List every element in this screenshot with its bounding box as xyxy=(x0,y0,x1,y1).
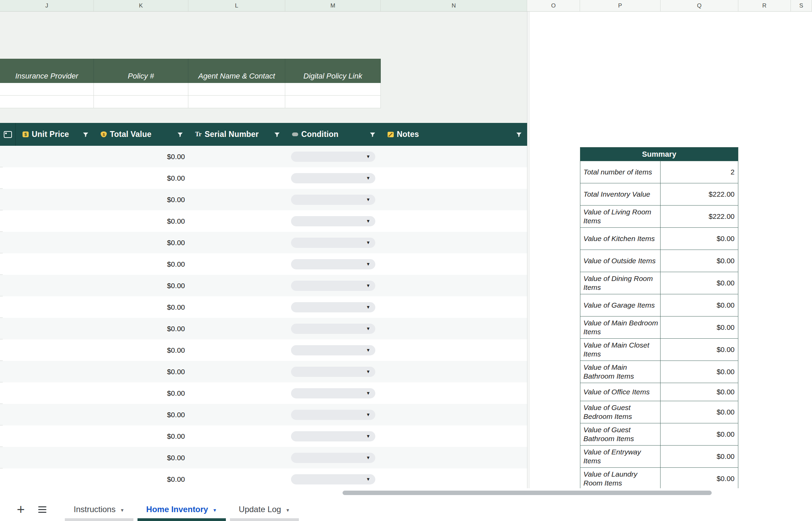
condition-dropdown[interactable]: ▼ xyxy=(291,345,375,355)
column-header[interactable]: P xyxy=(580,0,661,11)
insurance-empty-cell[interactable] xyxy=(188,83,285,96)
sheet-tab[interactable]: Home Inventory ▼ xyxy=(137,498,226,521)
condition-dropdown[interactable]: ▼ xyxy=(291,388,375,398)
total-value-cell[interactable]: $0.00 xyxy=(94,210,188,232)
inventory-header-cell: Condition xyxy=(285,123,381,146)
condition-dropdown[interactable]: ▼ xyxy=(291,195,375,205)
tab-menu-arrow-icon[interactable]: ▼ xyxy=(213,508,217,513)
filter-icon[interactable] xyxy=(274,131,280,138)
total-value-cell[interactable]: $0.00 xyxy=(94,253,188,275)
column-header[interactable]: S xyxy=(791,0,812,11)
insurance-empty-cell[interactable] xyxy=(285,83,381,96)
summary-label[interactable]: Value of Main Closet Items xyxy=(580,339,661,361)
total-value-cell[interactable]: $0.00 xyxy=(94,425,188,447)
summary-label[interactable]: Total number of items xyxy=(580,161,661,183)
column-header[interactable]: K xyxy=(94,0,188,11)
sheet-tab[interactable]: Instructions ▼ xyxy=(65,498,133,521)
summary-label[interactable]: Value of Main Bathroom Items xyxy=(580,361,661,383)
total-value-cell[interactable]: $0.00 xyxy=(94,296,188,318)
all-sheets-menu-button[interactable] xyxy=(38,504,50,515)
insurance-empty-cell[interactable] xyxy=(94,83,188,96)
sheet-tab[interactable]: Update Log ▼ xyxy=(230,498,299,521)
summary-label[interactable]: Total Inventory Value xyxy=(580,183,661,205)
summary-value[interactable]: $0.00 xyxy=(661,446,738,467)
total-value-cell[interactable]: $0.00 xyxy=(94,318,188,339)
inventory-column-label: Total Value xyxy=(110,130,151,139)
summary-label[interactable]: Value of Entryway Items xyxy=(580,446,661,467)
summary-label[interactable]: Value of Guest Bedroom Items xyxy=(580,401,661,423)
condition-dropdown[interactable]: ▼ xyxy=(291,238,375,248)
filter-icon[interactable] xyxy=(177,131,184,138)
total-value-cell[interactable]: $0.00 xyxy=(94,339,188,361)
insurance-empty-cell[interactable] xyxy=(94,96,188,108)
dropdown-arrow-icon: ▼ xyxy=(366,197,371,202)
summary-value[interactable]: $222.00 xyxy=(661,206,738,227)
condition-dropdown[interactable]: ▼ xyxy=(291,152,375,162)
total-value-cell[interactable]: $0.00 xyxy=(94,167,188,189)
summary-label[interactable]: Value of Guest Bathroom Items xyxy=(580,423,661,445)
total-value-cell[interactable]: $0.00 xyxy=(94,382,188,404)
inventory-row: $0.00 ▼ xyxy=(0,339,527,361)
condition-dropdown[interactable]: ▼ xyxy=(291,302,375,312)
summary-value[interactable]: $0.00 xyxy=(661,423,738,445)
summary-value[interactable]: $0.00 xyxy=(661,316,738,338)
summary-value[interactable]: $0.00 xyxy=(661,250,738,272)
summary-value[interactable]: $0.00 xyxy=(661,401,738,423)
summary-value[interactable]: $0.00 xyxy=(661,272,738,294)
condition-dropdown[interactable]: ▼ xyxy=(291,173,375,183)
horizontal-scrollbar[interactable] xyxy=(343,491,712,495)
summary-label[interactable]: Value of Living Room Items xyxy=(580,206,661,227)
insurance-empty-cell[interactable] xyxy=(285,96,381,108)
total-value-cell[interactable]: $0.00 xyxy=(94,275,188,296)
insurance-empty-cell[interactable] xyxy=(188,96,285,108)
total-value-cell[interactable]: $0.00 xyxy=(94,189,188,210)
summary-value[interactable]: 2 xyxy=(661,161,738,183)
condition-dropdown[interactable]: ▼ xyxy=(291,216,375,226)
condition-dropdown[interactable]: ▼ xyxy=(291,367,375,377)
column-header[interactable]: R xyxy=(738,0,791,11)
summary-label[interactable]: Value of Kitchen Items xyxy=(580,228,661,250)
summary-value[interactable]: $222.00 xyxy=(661,183,738,205)
summary-value[interactable]: $0.00 xyxy=(661,294,738,316)
summary-value[interactable]: $0.00 xyxy=(661,468,738,490)
condition-dropdown[interactable]: ▼ xyxy=(291,324,375,334)
total-value-cell[interactable]: $0.00 xyxy=(94,361,188,382)
tab-menu-arrow-icon[interactable]: ▼ xyxy=(120,508,125,513)
summary-label[interactable]: Value of Dining Room Items xyxy=(580,272,661,294)
column-header[interactable]: J xyxy=(0,0,94,11)
summary-label[interactable]: Value of Garage Items xyxy=(580,294,661,316)
tab-menu-arrow-icon[interactable]: ▼ xyxy=(286,508,290,513)
condition-dropdown[interactable]: ▼ xyxy=(291,431,375,441)
insurance-empty-cell[interactable] xyxy=(0,83,94,96)
summary-value[interactable]: $0.00 xyxy=(661,361,738,383)
column-letter: O xyxy=(551,2,555,9)
insurance-empty-cell[interactable] xyxy=(0,96,94,108)
column-header[interactable]: N xyxy=(381,0,527,11)
total-value-cell[interactable]: $0.00 xyxy=(94,232,188,253)
column-header[interactable]: L xyxy=(188,0,285,11)
frozen-pane-divider xyxy=(527,11,529,488)
add-sheet-button[interactable] xyxy=(14,501,28,518)
filter-icon[interactable] xyxy=(82,131,89,138)
summary-label[interactable]: Value of Main Bedroom Items xyxy=(580,316,661,338)
summary-value[interactable]: $0.00 xyxy=(661,228,738,250)
filter-icon[interactable] xyxy=(369,131,376,138)
column-header[interactable]: M xyxy=(285,0,381,11)
summary-label[interactable]: Value of Outside Items xyxy=(580,250,661,272)
summary-label[interactable]: Value of Laundry Room Items xyxy=(580,468,661,490)
summary-label[interactable]: Value of Office Items xyxy=(580,383,661,401)
column-header[interactable]: Q xyxy=(661,0,738,11)
column-header[interactable]: O xyxy=(527,0,580,11)
summary-value[interactable]: $0.00 xyxy=(661,383,738,401)
condition-dropdown[interactable]: ▼ xyxy=(291,281,375,291)
condition-dropdown[interactable]: ▼ xyxy=(291,474,375,484)
total-value-cell[interactable]: $0.00 xyxy=(94,404,188,425)
condition-dropdown[interactable]: ▼ xyxy=(291,453,375,463)
total-value-cell[interactable]: $0.00 xyxy=(94,146,188,167)
total-value-cell[interactable]: $0.00 xyxy=(94,468,188,490)
total-value-cell[interactable]: $0.00 xyxy=(94,447,188,468)
filter-icon[interactable] xyxy=(516,131,522,138)
summary-value[interactable]: $0.00 xyxy=(661,339,738,361)
condition-dropdown[interactable]: ▼ xyxy=(291,410,375,420)
condition-dropdown[interactable]: ▼ xyxy=(291,259,375,269)
